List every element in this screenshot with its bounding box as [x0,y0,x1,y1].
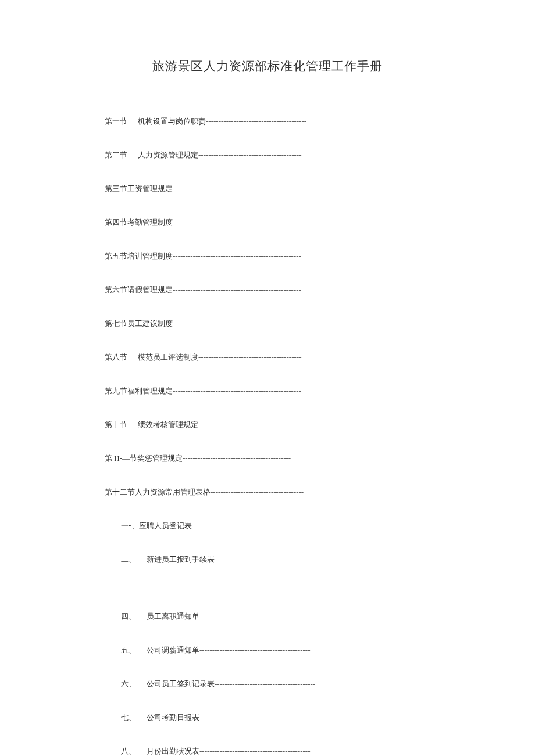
entry-label: 八、 [121,746,136,756]
entry-leader: ----------------------------------------… [173,285,301,295]
toc-sub-entry: 八、月份出勤状况表-------------------------------… [105,746,430,756]
entry-label: 第七节员工建议制度 [105,318,173,329]
entry-label: 四、 [121,611,136,622]
entry-leader: ----------------------------------------… [199,612,310,621]
entry-leader: ----------------------------------------… [198,420,302,429]
entry-title: 公司考勤日报表 [147,712,199,723]
toc-entry: 第一节机构设置与岗位职责----------------------------… [105,116,430,127]
entry-label: 七、 [121,712,136,723]
entry-label: 五、 [121,645,136,655]
entry-leader: ----------------------------------------… [199,747,310,756]
toc-sub-entry: 二、新进员工报到手续表-----------------------------… [105,554,430,565]
toc-entry: 第五节培训管理制度 ------------------------------… [105,251,430,261]
toc-entry: 第 H-—节奖惩管理规定 ---------------------------… [105,453,430,464]
toc-container: 第一节机构设置与岗位职责----------------------------… [105,116,430,756]
entry-leader: ----------------------------------------… [198,353,302,362]
entry-title: 公司调薪通知单 [147,645,199,655]
entry-label: 第五节培训管理制度 [105,251,173,261]
toc-entry: 第八节模范员工评选制度-----------------------------… [105,352,430,363]
entry-leader: ---------------------------------------- [206,117,306,126]
entry-leader: ----------------------------------------… [198,151,302,160]
entry-title: 绩效考核管理规定 [138,420,198,430]
toc-sub-entry: 五、公司调薪通知单-------------------------------… [105,645,430,655]
entry-title: 员工离职通知单 [147,611,199,622]
entry-leader: ----------------------------------------… [173,184,301,194]
toc-entry: 第十二节人力资源常用管理表格 -------------------------… [105,487,430,497]
entry-title: 月份出勤状况表 [147,746,199,756]
entry-leader: ----------------------------------------… [173,252,301,261]
entry-leader: ----------------------------------------… [192,521,305,531]
toc-entry: 第九节福利管理规定 ------------------------------… [105,386,430,396]
toc-entry: 第二节人力资源管理规定-----------------------------… [105,150,430,160]
entry-title: 公司员工签到记录表 [147,679,215,689]
entry-label: 第十节 [105,420,127,430]
toc-entry: 第六节请假管理规定 ------------------------------… [105,285,430,295]
toc-sub-entry: 七、公司考勤日报表-------------------------------… [105,712,430,723]
entry-leader: ----------------------------------------… [199,646,310,655]
toc-entry: 第七节员工建议制度 ------------------------------… [105,318,430,329]
entry-title: 新进员工报到手续表 [147,554,215,565]
entry-label: 第九节福利管理规定 [105,386,173,396]
entry-label: 第二节 [105,150,127,160]
entry-label: 一•、应聘人员登记表 [121,521,192,531]
entry-label: 第一节 [105,116,127,127]
entry-label: 第十二节人力资源常用管理表格 [105,487,211,497]
toc-sub-entry: 四、员工离职通知单-------------------------------… [105,611,430,622]
toc-sub-entry: 六、公司员工签到记录表-----------------------------… [105,679,430,689]
toc-entry: 第四节考勤管理制度 ------------------------------… [105,217,430,228]
entry-leader: ---------------------------------------- [215,679,315,689]
entry-leader: ----------------------------------------… [173,319,301,328]
toc-entry: 第十节绩效考核管理规定-----------------------------… [105,420,430,430]
missing-item-gap [105,588,430,611]
entry-leader: ------------------------------------- [211,488,304,497]
toc-sub-entry: 一•、应聘人员登记表 -----------------------------… [105,521,430,531]
entry-leader: ---------------------------------------- [215,555,315,564]
entry-title: 机构设置与岗位职责 [138,116,206,127]
entry-label: 第 H-—节奖惩管理规定 [105,453,183,464]
entry-title: 模范员工评选制度 [138,352,198,363]
page-title: 旅游景区人力资源部标准化管理工作手册 [105,58,430,74]
entry-leader: ----------------------------------------… [199,713,310,722]
toc-entry: 第三节工资管理规定 ------------------------------… [105,184,430,194]
entry-leader: ----------------------------------------… [183,454,291,463]
entry-leader: ----------------------------------------… [173,218,301,227]
entry-label: 二、 [121,554,136,565]
entry-label: 六、 [121,679,136,689]
entry-label: 第四节考勤管理制度 [105,217,173,228]
entry-title: 人力资源管理规定 [138,150,198,160]
entry-label: 第八节 [105,352,127,363]
entry-label: 第三节工资管理规定 [105,184,173,194]
entry-leader: ----------------------------------------… [173,386,301,396]
entry-label: 第六节请假管理规定 [105,285,173,295]
